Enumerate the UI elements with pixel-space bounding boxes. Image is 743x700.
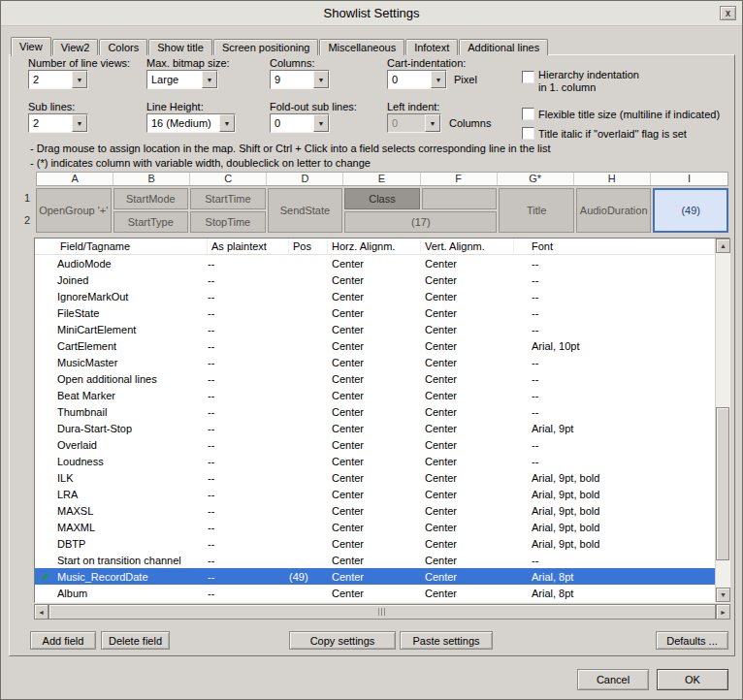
title-italic-checkbox[interactable] [522,127,534,140]
table-row[interactable]: Loudness--CenterCenter-- [35,453,715,469]
table-row[interactable]: ILK--CenterCenterArial, 9pt, bold [35,469,715,486]
table-row[interactable]: Dura-Start-Stop--CenterCenterArial, 9pt [35,420,715,436]
table-row[interactable]: Start on transition channel--CenterCente… [35,552,715,568]
map-cell-stoptime[interactable]: StopTime [190,211,266,233]
columns-select[interactable]: 9 ▼ [270,70,330,89]
defaults-button[interactable]: Defaults ... [656,631,728,650]
column-header[interactable]: Vert. Alignm. [421,239,514,255]
scroll-right-icon[interactable]: ► [716,604,730,620]
tab-additional-lines[interactable]: Additional lines [459,39,548,55]
horizontal-scroll-thumb[interactable] [48,604,716,620]
tab-show-title[interactable]: Show title [148,39,212,55]
map-column-letter[interactable]: F [421,173,498,185]
map-cell-title[interactable]: Title [499,188,574,233]
map-column-letter[interactable]: B [113,173,190,185]
table-row[interactable]: DBTP--CenterCenterArial, 9pt, bold [35,535,715,552]
tab-infotext[interactable]: Infotext [405,39,458,55]
map-column-letter[interactable]: H [574,173,651,185]
tab-miscellaneous[interactable]: Miscellaneous [319,39,404,55]
cell-horz-align: Center [328,291,421,302]
map-cell-pos49-selected[interactable]: (49) [653,188,728,233]
close-button[interactable]: x [720,6,736,20]
table-row[interactable]: MAXSL--CenterCenterArial, 9pt, bold [35,502,715,519]
sub-lines-select[interactable]: 2 ▼ [28,113,88,133]
line-views-value: 2 [29,71,72,88]
fold-out-sub-lines-select[interactable]: 0 ▼ [270,113,330,133]
dropdown-arrow-icon[interactable]: ▼ [313,114,329,132]
hierarchy-indentation-checkbox[interactable] [522,71,534,83]
line-height-select[interactable]: 16 (Medium) ▼ [146,113,236,133]
scroll-left-icon[interactable]: ◄ [34,604,48,620]
table-row[interactable]: FileState--CenterCenter-- [35,304,715,321]
cell-plaintext: -- [208,505,289,517]
paste-settings-button[interactable]: Paste settings [400,631,493,650]
line-views-select[interactable]: 2 ▼ [28,70,88,89]
tab-view[interactable]: View [11,37,51,56]
column-header[interactable]: Pos [289,239,328,255]
table-row[interactable]: AudioMode--CenterCenter-- [35,255,715,271]
table-row[interactable]: Overlaid--CenterCenter-- [35,436,715,453]
dropdown-arrow-icon[interactable]: ▼ [72,114,87,132]
add-field-button[interactable]: Add field [30,631,96,650]
column-header[interactable]: As plaintext [208,239,289,255]
table-row[interactable]: CartElement--CenterCenterArial, 10pt [35,337,715,354]
table-row[interactable]: MusicMaster--CenterCenter-- [35,354,715,370]
vertical-scrollbar[interactable]: ▲ ▼ [715,239,729,602]
scroll-down-icon[interactable]: ▼ [716,588,730,602]
map-column-letter[interactable]: E [343,173,420,185]
tab-screen-positioning[interactable]: Screen positioning [213,39,319,55]
map-column-letter[interactable]: C [190,173,267,185]
dropdown-arrow-icon[interactable]: ▼ [431,71,446,88]
cart-indentation-unit-label: Pixel [454,74,477,85]
column-header[interactable]: Font [514,239,715,255]
table-row[interactable]: IgnoreMarkOut--CenterCenter-- [35,288,715,304]
dropdown-arrow-icon[interactable]: ▼ [219,114,235,132]
table-row[interactable]: Joined--CenterCenter-- [35,271,715,288]
dropdown-arrow-icon[interactable]: ▼ [313,71,329,88]
table-row[interactable]: LRA--CenterCenterArial, 9pt, bold [35,486,715,502]
dropdown-arrow-icon[interactable]: ▼ [202,71,217,88]
table-row[interactable]: ✔Music_RecordDate--(49)CenterCenterArial… [35,568,715,585]
dropdown-arrow-icon[interactable]: ▼ [72,71,87,88]
cell-font: Arial, 9pt [514,423,715,434]
map-column-letter[interactable]: G* [498,173,574,185]
table-row[interactable]: MAXML--CenterCenterArial, 9pt, bold [35,519,715,535]
cell-vert-align: Center [421,340,514,352]
cancel-button[interactable]: Cancel [577,669,649,690]
tab-view2[interactable]: View2 [52,39,99,55]
vertical-scroll-thumb[interactable] [716,407,729,561]
horizontal-scrollbar[interactable]: ◄ ► [34,604,730,620]
table-row[interactable]: Open additional lines--CenterCenter-- [35,370,715,387]
map-cell-audioduration[interactable]: AudioDuration [576,188,652,233]
map-column-letter[interactable]: I [651,173,727,185]
map-cell-starttype[interactable]: StartType [113,211,189,233]
column-header[interactable]: Field/Tagname [56,239,208,255]
map-row-numbers: 12 [20,188,34,233]
map-cell-startmode[interactable]: StartMode [113,188,189,209]
cell-font: -- [514,324,715,335]
vertical-scroll-track[interactable] [716,253,729,588]
flexible-title-checkbox[interactable] [522,108,534,120]
map-cell-class[interactable]: Class [344,188,420,209]
copy-settings-button[interactable]: Copy settings [289,631,396,650]
map-cell-empty[interactable] [422,188,498,209]
scroll-up-icon[interactable]: ▲ [716,239,730,253]
table-row[interactable]: MiniCartElement--CenterCenter-- [35,321,715,337]
delete-field-button[interactable]: Delete field [101,631,170,650]
map-cell-starttime[interactable]: StartTime [190,188,266,209]
table-row[interactable]: Album--CenterCenterArial, 8pt [35,585,715,601]
table-row[interactable]: Thumbnail--CenterCenter-- [35,403,715,420]
map-cell-sendstate[interactable]: SendState [268,188,343,233]
map-cell-pos17[interactable]: (17) [344,211,497,233]
bitmap-size-select[interactable]: Large ▼ [146,70,218,89]
ok-button[interactable]: OK [657,669,728,690]
cell-plaintext: -- [208,522,289,533]
cart-indentation-select[interactable]: 0 ▼ [387,70,447,89]
map-cell-opengroup[interactable]: OpenGroup '+' [36,188,112,233]
map-column-letter[interactable]: A [37,173,113,185]
column-header[interactable]: Horz. Alignm. [328,239,421,255]
tab-colors[interactable]: Colors [99,39,147,55]
cell-font: Arial, 9pt, bold [514,538,715,550]
map-column-letter[interactable]: D [267,173,343,185]
table-row[interactable]: Beat Marker--CenterCenter-- [35,387,715,403]
